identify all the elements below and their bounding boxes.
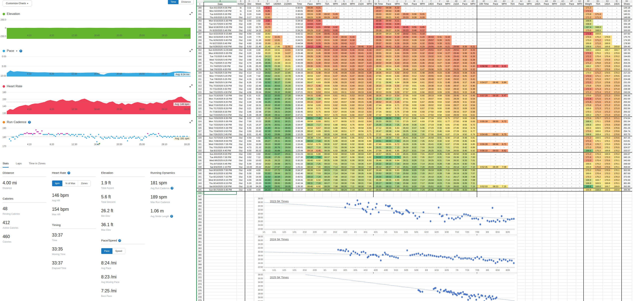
cell[interactable]: 7.50 (393, 117, 401, 120)
cell[interactable]: 171.1 (603, 117, 612, 120)
cell[interactable]: 209.60 (622, 65, 632, 68)
cell[interactable]: 28.11 (283, 159, 293, 162)
cell[interactable]: 09:13 (384, 71, 393, 74)
cell[interactable]: - (533, 19, 542, 22)
cell[interactable]: 9:28 (461, 71, 469, 74)
cell[interactable]: 08:59 (306, 126, 315, 130)
cell[interactable]: 26:33 (374, 120, 384, 123)
cell[interactable] (237, 276, 245, 279)
cell[interactable]: 09:45 (306, 42, 315, 45)
cell[interactable]: - (410, 6, 418, 9)
cell[interactable] (254, 191, 264, 194)
cell[interactable]: - (542, 126, 551, 130)
cell[interactable]: 31.89 (264, 126, 272, 130)
cell[interactable] (551, 195, 558, 198)
cell[interactable]: 09:39 (306, 6, 315, 9)
cell[interactable] (533, 195, 542, 198)
cell[interactable] (576, 240, 584, 243)
cell[interactable] (245, 221, 254, 224)
cell[interactable]: - (332, 22, 340, 26)
cell[interactable] (526, 208, 533, 211)
cell[interactable]: - (558, 78, 567, 81)
cell[interactable]: 8:28 (436, 162, 444, 165)
row-number[interactable]: 379 (197, 299, 204, 301)
cell[interactable] (584, 266, 593, 269)
cell[interactable]: - (612, 16, 622, 19)
cell[interactable] (622, 279, 632, 282)
cell[interactable]: - (558, 188, 567, 191)
cell[interactable]: 3.22 (245, 117, 254, 120)
cell[interactable]: - (517, 13, 526, 16)
cell[interactable]: 6.16 (366, 48, 374, 52)
row-number[interactable]: 344 (197, 185, 204, 188)
cell[interactable]: - (567, 169, 576, 172)
cell[interactable]: 3.11 (254, 6, 264, 9)
cell[interactable]: - (593, 6, 603, 9)
cell[interactable]: 6.53 (444, 87, 452, 91)
cell[interactable]: 7.04 (348, 178, 356, 181)
cell[interactable]: 29:23 (452, 71, 461, 74)
cell[interactable]: 08:46 (491, 81, 500, 84)
cell[interactable]: - (272, 29, 283, 32)
cell[interactable]: Thu 6/26/2025 5:40 PM (204, 39, 237, 42)
cell[interactable]: - (576, 165, 584, 168)
cell[interactable]: 6.85 (469, 139, 477, 142)
cell[interactable]: 09:18 (306, 149, 315, 152)
cell[interactable]: - (542, 32, 551, 35)
cell[interactable]: 29.27 (264, 139, 272, 142)
cell[interactable]: 4.16 (245, 78, 254, 81)
cell[interactable]: 170.0 (603, 35, 612, 39)
cell[interactable] (584, 279, 593, 282)
cell[interactable] (576, 230, 584, 233)
cell[interactable] (477, 26, 491, 29)
cell[interactable]: 26:10 (426, 169, 436, 172)
cell[interactable]: 6.31 (245, 94, 254, 97)
cell[interactable]: - (401, 9, 410, 13)
cell[interactable]: - (533, 130, 542, 133)
cell[interactable]: - (567, 97, 576, 100)
cell[interactable]: 29:06 (426, 68, 436, 71)
cell[interactable]: 28:13 (374, 91, 384, 94)
cell[interactable] (622, 269, 632, 272)
cell[interactable]: 28:19 (426, 94, 436, 97)
cell[interactable]: 4.50 (245, 32, 254, 35)
cell[interactable]: 9:41 (410, 32, 418, 35)
cell[interactable]: - (526, 178, 533, 181)
cell[interactable]: 167.50 (622, 32, 632, 35)
cell[interactable]: 7.04 (418, 149, 426, 152)
cell[interactable]: Tue 7/22/2025 5:30 PM (204, 123, 237, 126)
cell[interactable]: - (567, 120, 576, 123)
cell[interactable]: - (517, 133, 526, 136)
cell[interactable] (542, 247, 551, 250)
row-number[interactable]: 361 (197, 240, 204, 243)
cell[interactable] (477, 6, 491, 9)
cell[interactable]: 4.00 (254, 188, 264, 191)
cell[interactable]: 24.62 (264, 162, 272, 165)
cell[interactable]: 29:22 (401, 39, 410, 42)
cell[interactable]: 30:59 (374, 26, 384, 29)
cell[interactable] (612, 240, 622, 243)
cell[interactable]: - (500, 169, 508, 172)
cell[interactable]: 08:51 (340, 130, 348, 133)
cell[interactable]: 6.29 (332, 61, 340, 65)
cell[interactable]: - (533, 84, 542, 87)
cell[interactable]: 0:34:47 (293, 123, 306, 126)
cell[interactable]: 23.20 (254, 182, 264, 185)
cell[interactable]: 6.84 (444, 130, 452, 133)
cell[interactable]: 294.74 (622, 130, 632, 133)
cell[interactable]: - (272, 26, 283, 29)
cell[interactable]: - (542, 94, 551, 97)
cell[interactable] (612, 292, 622, 295)
cell[interactable]: - (533, 100, 542, 104)
row-number[interactable]: 290 (197, 9, 204, 13)
cell[interactable]: - (558, 61, 567, 65)
cell[interactable]: Out (237, 165, 245, 168)
cell[interactable]: - (526, 172, 533, 175)
cell[interactable]: 8:59 (410, 100, 418, 104)
cell[interactable]: 30.10 (283, 139, 293, 142)
cell[interactable] (542, 204, 551, 207)
cell[interactable]: Out (237, 26, 245, 29)
cell[interactable]: 28:30 (426, 87, 436, 91)
cell[interactable] (245, 266, 254, 269)
cell[interactable]: 170.3 (603, 172, 612, 175)
